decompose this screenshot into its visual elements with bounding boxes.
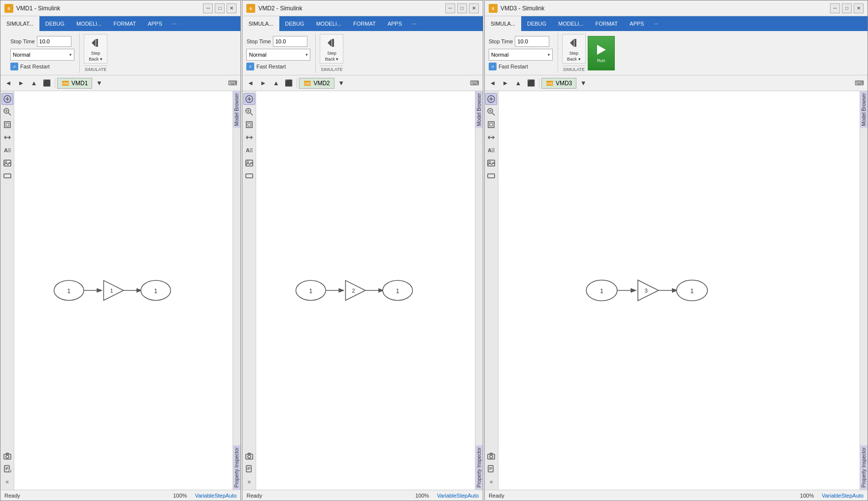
vmd3-tab-apps[interactable]: APPS	[624, 16, 650, 31]
vmd2-solver-link[interactable]: VariableStepAuto	[437, 493, 479, 499]
vmd3-add-block-button[interactable]	[485, 93, 497, 105]
vmd1-close-button[interactable]: ✕	[227, 3, 236, 13]
vmd3-tab-simulate[interactable]: SIMULA...	[485, 16, 521, 31]
vmd3-close-button[interactable]: ✕	[854, 3, 864, 13]
vmd3-tab-more[interactable]: ···	[650, 16, 662, 31]
vmd3-canvas[interactable]: 1 3 1	[499, 91, 860, 490]
vmd2-tab-modeling[interactable]: MODELI...	[310, 16, 347, 31]
vmd3-solver-link[interactable]: VariableStepAuto	[822, 493, 864, 499]
vmd2-tab-simulate[interactable]: SIMULA...	[242, 16, 279, 31]
vmd1-property-inspector-tab[interactable]: Property Inspector	[233, 445, 240, 490]
vmd2-step-back-button[interactable]: Step Back ▾	[320, 34, 343, 64]
vmd1-canvas[interactable]: 1 1 1	[14, 91, 233, 490]
vmd3-restore-button[interactable]: □	[842, 3, 852, 13]
vmd2-forward-button[interactable]: ►	[257, 77, 269, 89]
vmd2-add-block-button[interactable]	[243, 93, 255, 105]
vmd3-minimize-button[interactable]: ─	[830, 3, 840, 13]
vmd2-breadcrumb[interactable]: VMD VMD2	[299, 78, 334, 89]
vmd1-camera-button[interactable]	[1, 450, 13, 462]
vmd3-forward-button[interactable]: ►	[500, 77, 511, 89]
vmd2-dropdown-button[interactable]: ▼	[335, 77, 347, 89]
vmd1-collapse-button[interactable]: «	[1, 476, 13, 488]
vmd2-text-button[interactable]: A	[243, 144, 255, 156]
vmd2-tab-apps[interactable]: APPS	[382, 16, 408, 31]
vmd1-fit-button[interactable]	[1, 119, 13, 131]
vmd1-keyboard-button[interactable]: ⌨	[227, 77, 238, 89]
vmd2-restore-button[interactable]: □	[457, 3, 467, 13]
vmd3-run-button[interactable]: Run	[588, 36, 615, 70]
vmd3-doc-button[interactable]	[485, 463, 497, 475]
vmd1-shape-button[interactable]	[1, 170, 13, 182]
vmd3-arrows-button[interactable]	[485, 132, 497, 143]
vmd2-fit-button[interactable]	[243, 119, 255, 131]
vmd3-shape-button[interactable]	[485, 170, 497, 182]
vmd2-image-button[interactable]	[243, 157, 255, 169]
vmd3-camera-button[interactable]	[485, 450, 497, 462]
vmd1-restore-button[interactable]: □	[215, 3, 225, 13]
vmd2-zoom-button[interactable]	[243, 106, 255, 118]
vmd1-doc-button[interactable]	[1, 463, 13, 475]
vmd2-close-button[interactable]: ✕	[469, 3, 479, 13]
vmd2-up-button[interactable]: ▲	[270, 77, 282, 89]
vmd2-model-browser-tab[interactable]: Model Browser	[475, 91, 483, 128]
vmd3-dropdown-button[interactable]: ▼	[577, 77, 589, 89]
vmd1-tab-simulate[interactable]: SIMULAT...	[0, 16, 39, 31]
vmd3-tab-debug[interactable]: DEBUG	[521, 16, 552, 31]
vmd3-tab-format[interactable]: FORMAT	[589, 16, 624, 31]
vmd3-text-button[interactable]: A	[485, 144, 497, 156]
vmd3-keyboard-button[interactable]: ⌨	[854, 77, 866, 89]
vmd1-mode-select[interactable]: Normal Accelerator Rapid Accelerator	[10, 49, 74, 61]
vmd1-solver-link[interactable]: VariableStepAuto	[195, 493, 237, 499]
vmd3-up-button[interactable]: ▲	[512, 77, 524, 89]
vmd3-zoom-button[interactable]	[485, 106, 497, 118]
vmd2-back-button[interactable]: ◄	[244, 77, 256, 89]
vmd1-image-button[interactable]	[1, 157, 13, 169]
vmd2-mode-select[interactable]: Normal Accelerator	[246, 49, 310, 61]
vmd3-mode-select[interactable]: Normal Accelerator	[489, 49, 553, 61]
vmd3-tab-modeling[interactable]: MODELI...	[552, 16, 589, 31]
vmd3-stop-button[interactable]: ⬛	[525, 77, 537, 89]
vmd1-arrows-button[interactable]	[1, 132, 13, 143]
vmd3-fit-button[interactable]	[485, 119, 497, 131]
vmd1-stop-button[interactable]: ⬛	[41, 77, 53, 89]
vmd2-collapse-button[interactable]: «	[243, 476, 255, 488]
vmd2-stop-button[interactable]: ⬛	[283, 77, 295, 89]
vmd2-camera-button[interactable]	[243, 450, 255, 462]
vmd2-doc-button[interactable]	[243, 463, 255, 475]
vmd1-minimize-button[interactable]: ─	[203, 3, 213, 13]
vmd1-tab-debug[interactable]: DEBUG	[39, 16, 70, 31]
vmd3-step-back-button[interactable]: Step Back ▾	[562, 34, 586, 64]
vmd3-stop-time-input[interactable]	[515, 36, 549, 47]
vmd2-shape-button[interactable]	[243, 170, 255, 182]
vmd1-breadcrumb[interactable]: VMD VMD1	[57, 78, 92, 89]
vmd1-up-button[interactable]: ▲	[28, 77, 40, 89]
vmd1-text-button[interactable]: A	[1, 144, 13, 156]
vmd3-property-inspector-tab[interactable]: Property Inspector	[860, 445, 868, 490]
vmd3-back-button[interactable]: ◄	[487, 77, 499, 89]
vmd1-model-browser-tab[interactable]: Model Browser	[233, 91, 240, 128]
vmd2-canvas[interactable]: 1 2 1	[256, 91, 474, 490]
vmd1-step-back-button[interactable]: Step Back ▾	[84, 34, 107, 64]
vmd1-dropdown-button[interactable]: ▼	[93, 77, 105, 89]
vmd1-tab-format[interactable]: FORMAT	[107, 16, 142, 31]
vmd2-minimize-button[interactable]: ─	[445, 3, 455, 13]
vmd1-tab-more[interactable]: ···	[168, 16, 180, 31]
vmd2-arrows-button[interactable]	[243, 132, 255, 143]
vmd3-model-browser-tab[interactable]: Model Browser	[860, 91, 868, 128]
vmd1-zoom-button[interactable]	[1, 106, 13, 118]
vmd1-forward-button[interactable]: ►	[15, 77, 27, 89]
vmd2-tab-debug[interactable]: DEBUG	[279, 16, 310, 31]
vmd1-back-button[interactable]: ◄	[2, 77, 14, 89]
vmd2-tab-format[interactable]: FORMAT	[347, 16, 382, 31]
vmd3-image-button[interactable]	[485, 157, 497, 169]
vmd2-stop-time-input[interactable]	[273, 36, 307, 47]
vmd3-collapse-button[interactable]: «	[485, 476, 497, 488]
vmd3-breadcrumb[interactable]: VMD VMD3	[541, 78, 576, 89]
vmd2-tab-more[interactable]: ···	[408, 16, 420, 31]
vmd2-property-inspector-tab[interactable]: Property Inspector	[475, 445, 483, 490]
vmd1-stop-time-input[interactable]	[37, 36, 71, 47]
vmd1-tab-apps[interactable]: APPS	[142, 16, 168, 31]
vmd1-tab-modeling[interactable]: MODELI...	[70, 16, 107, 31]
vmd2-keyboard-button[interactable]: ⌨	[469, 77, 481, 89]
vmd1-add-block-button[interactable]	[1, 93, 13, 105]
